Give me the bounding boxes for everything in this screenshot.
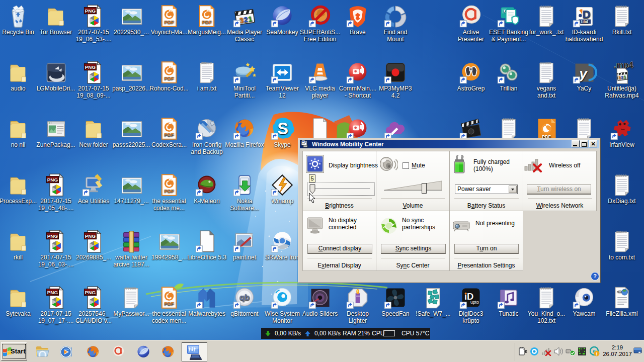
svg-text:!: !: [596, 351, 598, 356]
